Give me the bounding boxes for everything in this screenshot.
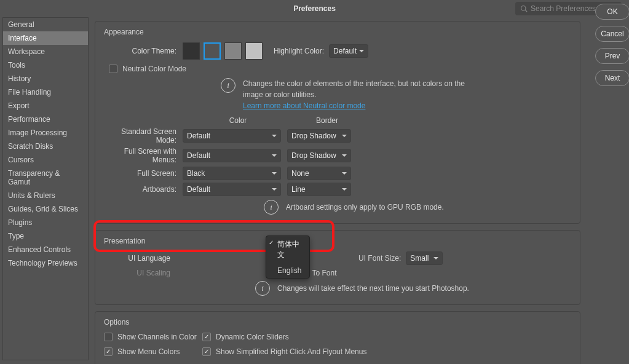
sidebar-item-history[interactable]: History (3, 72, 88, 85)
sidebar-item-image-processing[interactable]: Image Processing (3, 126, 88, 140)
options-panel: Options Show Channels in Color Dynamic C… (95, 311, 580, 364)
info-icon: i (255, 281, 270, 296)
color-theme-swatches (183, 42, 263, 60)
full-screen-menus-label: Full Screen with Menus: (104, 147, 183, 164)
info-icon: i (221, 78, 235, 93)
standard-screen-mode-label: Standard Screen Mode: (104, 127, 183, 144)
show-channels-checkbox[interactable] (104, 333, 113, 341)
artboards-label: Artboards: (104, 185, 183, 194)
full-screen-menus-color-select[interactable]: Default (183, 149, 281, 162)
sidebar-item-transparency-gamut[interactable]: Transparency & Gamut (3, 167, 88, 189)
column-header-border: Border (293, 116, 361, 125)
ui-scaling-label: UI Scaling (104, 269, 176, 277)
full-screen-border-select[interactable]: None (287, 167, 351, 180)
ui-font-size-select[interactable]: Small (406, 251, 443, 265)
sidebar-item-tools[interactable]: Tools (3, 58, 88, 72)
simplified-menus-checkbox[interactable] (202, 347, 211, 356)
svg-point-0 (521, 6, 526, 11)
column-header-color: Color (189, 116, 287, 125)
dynamic-sliders-checkbox[interactable] (202, 333, 211, 341)
ui-language-option-zh[interactable]: 简体中文 (266, 236, 309, 263)
theme-swatch-dark[interactable] (204, 42, 221, 60)
theme-swatch-light[interactable] (245, 42, 263, 60)
sidebar-item-file-handling[interactable]: File Handling (3, 85, 88, 99)
sidebar-item-type[interactable]: Type (3, 229, 88, 243)
sidebar-item-general[interactable]: General (3, 18, 88, 31)
color-theme-label: Color Theme: (104, 47, 183, 55)
neutral-desc: Changes the color of elements of the int… (243, 78, 477, 100)
highlight-color-select[interactable]: Default (329, 44, 368, 58)
standard-screen-border-select[interactable]: Drop Shadow (287, 129, 351, 143)
sidebar-item-interface[interactable]: Interface (3, 31, 88, 45)
standard-screen-color-select[interactable]: Default (183, 129, 281, 143)
artboard-note: Artboard settings only apply to GPU RGB … (286, 203, 444, 212)
sidebar-item-enhanced-controls[interactable]: Enhanced Controls (3, 243, 88, 256)
neutral-learn-more-link[interactable]: Learn more about Neutral color mode (243, 101, 365, 110)
search-icon (520, 5, 528, 12)
options-title: Options (104, 318, 571, 326)
info-icon: i (264, 200, 279, 215)
show-menu-colors-checkbox[interactable] (104, 347, 113, 356)
artboards-border-select[interactable]: Line (287, 183, 351, 196)
ui-language-dropdown-menu: 简体中文 English (266, 235, 310, 279)
svg-line-1 (525, 10, 527, 12)
theme-swatch-darkest[interactable] (183, 42, 200, 60)
artboards-color-select[interactable]: Default (183, 183, 281, 196)
dynamic-sliders-label: Dynamic Color Sliders (216, 333, 289, 341)
appearance-panel: Appearance Color Theme: Highlight Color:… (95, 21, 580, 224)
sidebar-item-units-rulers[interactable]: Units & Rulers (3, 189, 88, 202)
theme-swatch-medium[interactable] (224, 42, 242, 60)
sidebar-item-workspace[interactable]: Workspace (3, 45, 88, 58)
sidebar-item-performance[interactable]: Performance (3, 113, 88, 126)
ui-language-option-en[interactable]: English (266, 263, 309, 278)
ok-button[interactable]: OK (595, 4, 629, 20)
preferences-sidebar: General Interface Workspace Tools Histor… (2, 17, 89, 360)
presentation-title: Presentation (104, 237, 571, 245)
sidebar-item-plugins[interactable]: Plugins (3, 216, 88, 229)
neutral-color-mode-checkbox[interactable] (109, 65, 117, 73)
simplified-menus-label: Show Simplified Right Click And Flyout M… (216, 347, 366, 356)
ui-font-size-label: UI Font Size: (358, 254, 401, 263)
window-title: Preferences (293, 4, 336, 13)
highlight-color-label: Highlight Color: (274, 47, 324, 55)
restart-note: Changes will take effect the next time y… (277, 284, 469, 293)
sidebar-item-technology-previews[interactable]: Technology Previews (3, 256, 88, 270)
sidebar-item-export[interactable]: Export (3, 99, 88, 113)
full-screen-color-select[interactable]: Black (183, 167, 281, 180)
full-screen-label: Full Screen: (104, 169, 183, 178)
sidebar-item-scratch-disks[interactable]: Scratch Disks (3, 140, 88, 153)
titlebar: Preferences (0, 0, 629, 17)
prev-button[interactable]: Prev (595, 48, 629, 64)
ui-language-label: UI Language (104, 254, 176, 263)
appearance-title: Appearance (104, 28, 571, 36)
content-area: Appearance Color Theme: Highlight Color:… (89, 17, 629, 364)
show-menu-colors-label: Show Menu Colors (117, 347, 180, 356)
full-screen-menus-border-select[interactable]: Drop Shadow (287, 149, 351, 162)
presentation-panel: Presentation UI Language UI Font Size: S… (95, 230, 580, 305)
sidebar-item-cursors[interactable]: Cursors (3, 153, 88, 167)
dialog-buttons: OK Cancel Prev Next (595, 0, 629, 86)
neutral-color-mode-label: Neutral Color Mode (122, 65, 186, 73)
cancel-button[interactable]: Cancel (595, 26, 629, 42)
sidebar-item-guides-grid-slices[interactable]: Guides, Grid & Slices (3, 202, 88, 216)
next-button[interactable]: Next (595, 70, 629, 86)
show-channels-label: Show Channels in Color (117, 333, 197, 341)
